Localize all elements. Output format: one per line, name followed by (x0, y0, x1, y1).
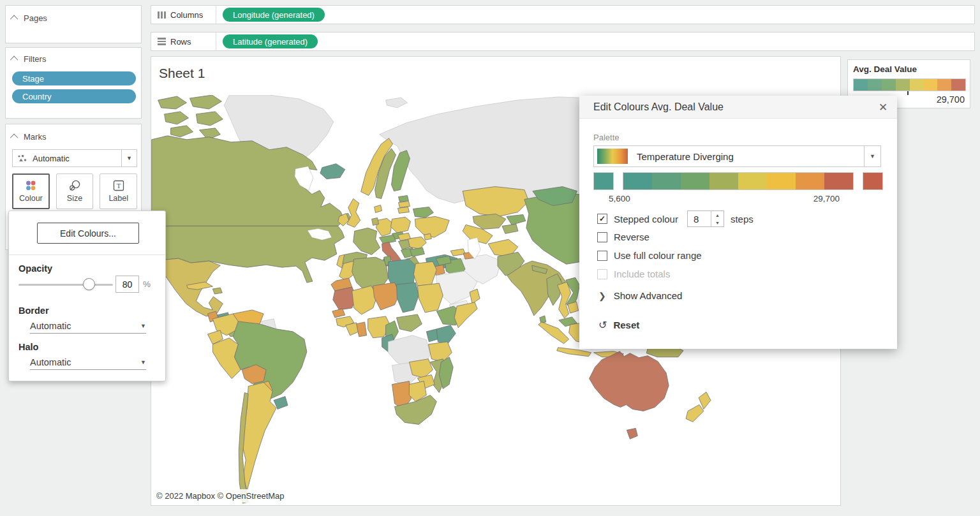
collapse-marks-icon[interactable] (10, 134, 19, 142)
map-region-svalbard[interactable] (386, 98, 408, 108)
map-region-kyrgyzstan[interactable] (507, 214, 526, 225)
map-region-chad[interactable] (396, 283, 419, 313)
pages-card: Pages (5, 5, 142, 43)
collapse-pages-icon[interactable] (10, 15, 19, 24)
map-region-moldova[interactable] (424, 233, 431, 240)
filter-pill-stage[interactable]: Stage (12, 71, 136, 85)
map-region-sudan[interactable] (417, 283, 443, 313)
stepped-colour-checkbox-row[interactable]: Stepped colour 8 ▲ ▼ steps (597, 210, 754, 227)
mark-type-caret-icon[interactable]: ▼ (121, 150, 137, 166)
opacity-input[interactable] (115, 276, 139, 293)
tableau-app: Columns Longitude (generated) Rows Latit… (0, 0, 980, 516)
rows-shelf-label-zone: Rows (151, 33, 216, 50)
show-advanced-toggle[interactable]: ❯ Show Advanced (598, 290, 682, 301)
svg-text:T: T (116, 182, 121, 189)
filter-pill-country[interactable]: Country (12, 89, 136, 103)
map-region-uk[interactable] (347, 198, 360, 227)
include-totals-checkbox-row: Include totals (597, 269, 670, 279)
map-region-arctic-island[interactable] (165, 112, 189, 124)
rows-shelf[interactable]: Rows Latitude (generated) (151, 32, 975, 51)
map-region-latvia[interactable] (398, 201, 410, 207)
spinner-up-icon[interactable]: ▲ (711, 211, 724, 219)
map-region-arctic-island[interactable] (196, 112, 223, 126)
columns-pill-longitude[interactable]: Longitude (generated) (223, 8, 325, 22)
map-region-tasmania[interactable] (627, 428, 637, 439)
mark-type-dropdown[interactable]: Automatic ▼ (12, 149, 137, 167)
map-region-somalia[interactable] (454, 302, 477, 328)
map-region-georgia[interactable] (450, 249, 465, 256)
halo-dropdown[interactable]: Automatic ▼ (30, 355, 146, 370)
colour-button[interactable]: Colour (12, 173, 50, 209)
rows-pill-latitude[interactable]: Latitude (generated) (223, 34, 318, 48)
map-region-egypt[interactable] (413, 262, 436, 286)
columns-icon (158, 11, 166, 18)
opacity-slider-thumb[interactable] (83, 278, 95, 290)
map-region-france[interactable] (353, 228, 380, 254)
label-button[interactable]: T Label (100, 173, 137, 209)
map-region-kazakhstan[interactable] (463, 187, 529, 217)
map-region-kenya[interactable] (436, 325, 456, 344)
map-region-arctic-island[interactable] (189, 95, 221, 109)
map-region-belarus[interactable] (413, 207, 433, 217)
ramp-min-value: 5,600 (609, 194, 630, 203)
opacity-slider-track[interactable] (19, 284, 113, 286)
edit-colours-button[interactable]: Edit Colours... (37, 223, 139, 244)
reverse-checkbox[interactable] (597, 232, 607, 242)
collapse-filters-icon[interactable] (10, 56, 19, 64)
legend-tick (907, 91, 909, 95)
spinner-down-icon[interactable]: ▼ (711, 219, 724, 226)
reset-button[interactable]: ↺ Reset (598, 319, 639, 331)
map-region-lithuania[interactable] (397, 207, 409, 213)
stepped-colour-checkbox[interactable] (597, 214, 607, 224)
size-button-label: Size (67, 194, 82, 203)
map-region-ukraine[interactable] (415, 216, 449, 237)
map-region-arctic-island[interactable] (158, 96, 187, 109)
size-button[interactable]: Size (56, 173, 94, 209)
map-region-hispaniola[interactable] (212, 288, 222, 294)
map-region-benelux[interactable] (372, 217, 379, 225)
map-region-australia[interactable] (590, 351, 669, 411)
reverse-checkbox-row[interactable]: Reverse (597, 232, 650, 242)
legend-colour-ramp[interactable] (853, 78, 966, 91)
map-region-tajikistan[interactable] (502, 224, 518, 233)
map-region-niger[interactable] (373, 283, 400, 310)
map-region-sri-lanka[interactable] (540, 316, 546, 323)
label-button-label: Label (108, 194, 128, 203)
border-dropdown[interactable]: Automatic ▼ (30, 318, 146, 334)
map-region-central-african-republic[interactable] (396, 314, 422, 332)
map-region-germany[interactable] (376, 218, 392, 236)
map-region-bulgaria[interactable] (410, 247, 424, 256)
steps-value[interactable]: 8 (688, 211, 711, 226)
palette-gradient-swatch (597, 149, 628, 164)
map-region-arctic-island[interactable] (171, 126, 193, 137)
columns-shelf[interactable]: Columns Longitude (generated) (151, 5, 975, 24)
map-region-nz-south[interactable] (686, 404, 704, 422)
reverse-label: Reverse (614, 232, 650, 242)
map-region-uganda[interactable] (426, 329, 438, 342)
map-region-estonia[interactable] (398, 196, 408, 202)
map-region-canada[interactable] (152, 136, 345, 226)
halo-label: Halo (19, 342, 38, 352)
popup-divider (9, 254, 165, 255)
map-region-senegal[interactable] (332, 309, 345, 318)
filters-title: Filters (24, 54, 46, 64)
ramp-start-swatch[interactable] (593, 172, 614, 190)
filters-card: Filters Stage Country (5, 47, 142, 119)
palette-select[interactable]: Temperature Diverging ▼ (593, 145, 881, 167)
close-icon[interactable]: ✕ (875, 100, 891, 115)
steps-spinner[interactable]: 8 ▲ ▼ (687, 210, 724, 227)
legend-title: Avg. Deal Value (853, 64, 917, 74)
border-value: Automatic (30, 321, 71, 331)
map-region-poland[interactable] (391, 217, 411, 233)
colour-ramp-row (593, 172, 883, 190)
map-region-denmark[interactable] (375, 205, 382, 212)
dialog-colour-ramp[interactable] (623, 172, 854, 190)
full-colour-range-checkbox[interactable] (597, 251, 607, 261)
include-totals-checkbox (597, 269, 607, 279)
full-colour-range-checkbox-row[interactable]: Use full colour range (597, 250, 702, 261)
map-region-iceland[interactable] (320, 164, 345, 179)
palette-caret-icon[interactable]: ▼ (864, 146, 880, 166)
map-region-ghana[interactable] (357, 322, 367, 337)
ramp-end-swatch[interactable] (863, 172, 883, 190)
rows-shelf-label: Rows (170, 37, 191, 47)
